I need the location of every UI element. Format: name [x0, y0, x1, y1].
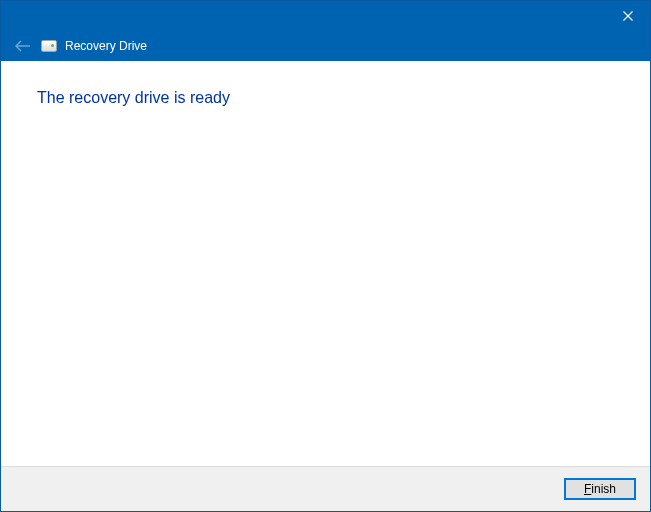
finish-button-rest: inish	[591, 482, 616, 496]
header-bar: Recovery Drive	[1, 31, 650, 61]
back-button	[11, 35, 33, 57]
recovery-drive-window: Recovery Drive The recovery drive is rea…	[0, 0, 651, 512]
drive-icon	[41, 40, 57, 52]
footer-bar: Finish	[1, 466, 650, 511]
titlebar	[1, 1, 650, 31]
headline-text: The recovery drive is ready	[37, 89, 614, 107]
window-title: Recovery Drive	[65, 39, 147, 53]
finish-button[interactable]: Finish	[564, 478, 636, 500]
back-arrow-icon	[13, 39, 31, 53]
content-area: The recovery drive is ready	[1, 61, 650, 466]
close-icon	[623, 11, 633, 21]
close-button[interactable]	[605, 1, 650, 31]
